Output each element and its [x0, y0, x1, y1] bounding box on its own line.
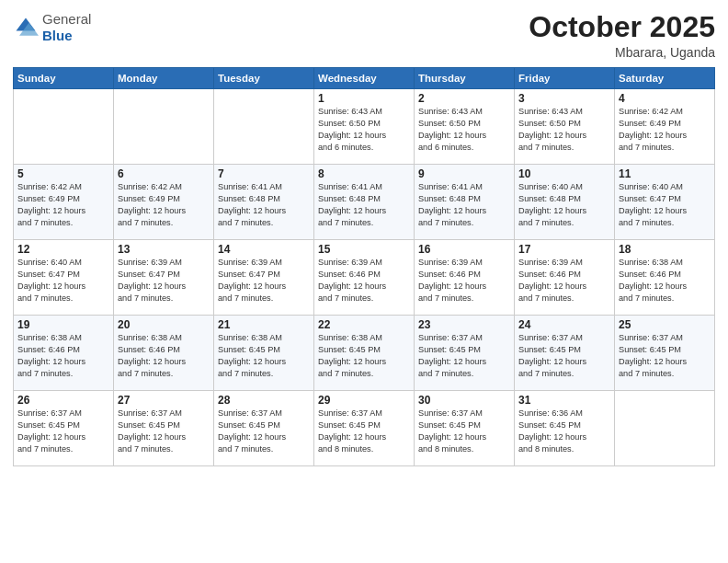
day-number: 28 [218, 394, 310, 407]
day-number: 26 [17, 394, 109, 407]
table-row: 2Sunrise: 6:43 AM Sunset: 6:50 PM Daylig… [415, 89, 515, 165]
day-number: 16 [418, 243, 510, 256]
day-number: 10 [518, 167, 610, 180]
table-row: 27Sunrise: 6:37 AM Sunset: 6:45 PM Dayli… [114, 391, 214, 466]
day-number: 12 [17, 243, 109, 256]
day-number: 14 [218, 243, 310, 256]
day-info: Sunrise: 6:43 AM Sunset: 6:50 PM Dayligh… [518, 106, 610, 154]
table-row: 23Sunrise: 6:37 AM Sunset: 6:45 PM Dayli… [415, 316, 515, 391]
day-number: 21 [218, 318, 310, 331]
table-row: 21Sunrise: 6:38 AM Sunset: 6:45 PM Dayli… [214, 316, 314, 391]
day-info: Sunrise: 6:43 AM Sunset: 6:50 PM Dayligh… [318, 106, 410, 154]
table-row [214, 89, 314, 165]
table-row: 3Sunrise: 6:43 AM Sunset: 6:50 PM Daylig… [515, 89, 615, 165]
day-info: Sunrise: 6:41 AM Sunset: 6:48 PM Dayligh… [418, 181, 510, 229]
day-info: Sunrise: 6:42 AM Sunset: 6:49 PM Dayligh… [619, 106, 711, 154]
table-row: 18Sunrise: 6:38 AM Sunset: 6:46 PM Dayli… [615, 240, 715, 316]
day-number: 18 [619, 243, 711, 256]
logo-general-text: General [42, 11, 91, 27]
day-number: 19 [17, 318, 109, 331]
day-number: 1 [318, 92, 410, 105]
table-row: 9Sunrise: 6:41 AM Sunset: 6:48 PM Daylig… [415, 165, 515, 240]
table-row: 26Sunrise: 6:37 AM Sunset: 6:45 PM Dayli… [14, 391, 114, 466]
header-sunday: Sunday [14, 68, 114, 89]
day-number: 25 [619, 318, 711, 331]
header-thursday: Thursday [415, 68, 515, 89]
day-number: 15 [318, 243, 410, 256]
day-info: Sunrise: 6:37 AM Sunset: 6:45 PM Dayligh… [218, 408, 310, 455]
day-info: Sunrise: 6:41 AM Sunset: 6:48 PM Dayligh… [318, 181, 410, 229]
calendar: Sunday Monday Tuesday Wednesday Thursday… [13, 67, 715, 466]
logo-text: General Blue [42, 11, 91, 44]
table-row: 6Sunrise: 6:42 AM Sunset: 6:49 PM Daylig… [114, 165, 214, 240]
table-row: 8Sunrise: 6:41 AM Sunset: 6:48 PM Daylig… [314, 165, 415, 240]
table-row: 24Sunrise: 6:37 AM Sunset: 6:45 PM Dayli… [515, 316, 615, 391]
day-number: 31 [518, 394, 610, 407]
table-row: 16Sunrise: 6:39 AM Sunset: 6:46 PM Dayli… [415, 240, 515, 316]
header-monday: Monday [114, 68, 214, 89]
week-row-1: 5Sunrise: 6:42 AM Sunset: 6:49 PM Daylig… [14, 165, 715, 240]
table-row: 14Sunrise: 6:39 AM Sunset: 6:47 PM Dayli… [214, 240, 314, 316]
day-info: Sunrise: 6:38 AM Sunset: 6:46 PM Dayligh… [619, 257, 711, 304]
day-number: 8 [318, 167, 410, 180]
day-number: 3 [518, 92, 610, 105]
day-number: 24 [518, 318, 610, 331]
header-tuesday: Tuesday [214, 68, 314, 89]
day-number: 5 [17, 167, 109, 180]
table-row: 13Sunrise: 6:39 AM Sunset: 6:47 PM Dayli… [114, 240, 214, 316]
day-info: Sunrise: 6:38 AM Sunset: 6:46 PM Dayligh… [17, 332, 109, 380]
table-row: 20Sunrise: 6:38 AM Sunset: 6:46 PM Dayli… [114, 316, 214, 391]
day-number: 6 [118, 167, 210, 180]
logo: General Blue [13, 11, 91, 44]
day-info: Sunrise: 6:40 AM Sunset: 6:48 PM Dayligh… [518, 181, 610, 229]
table-row: 10Sunrise: 6:40 AM Sunset: 6:48 PM Dayli… [515, 165, 615, 240]
table-row: 7Sunrise: 6:41 AM Sunset: 6:48 PM Daylig… [214, 165, 314, 240]
table-row: 29Sunrise: 6:37 AM Sunset: 6:45 PM Dayli… [314, 391, 415, 466]
day-info: Sunrise: 6:37 AM Sunset: 6:45 PM Dayligh… [418, 332, 510, 380]
day-info: Sunrise: 6:39 AM Sunset: 6:47 PM Dayligh… [118, 257, 210, 304]
day-info: Sunrise: 6:40 AM Sunset: 6:47 PM Dayligh… [17, 257, 109, 304]
weekday-header-row: Sunday Monday Tuesday Wednesday Thursday… [14, 68, 715, 89]
table-row [14, 89, 114, 165]
day-info: Sunrise: 6:37 AM Sunset: 6:45 PM Dayligh… [318, 408, 410, 455]
day-info: Sunrise: 6:37 AM Sunset: 6:45 PM Dayligh… [418, 408, 510, 455]
header-wednesday: Wednesday [314, 68, 415, 89]
day-info: Sunrise: 6:37 AM Sunset: 6:45 PM Dayligh… [518, 332, 610, 380]
logo-blue-text: Blue [42, 28, 73, 43]
day-number: 22 [318, 318, 410, 331]
day-number: 17 [518, 243, 610, 256]
week-row-3: 19Sunrise: 6:38 AM Sunset: 6:46 PM Dayli… [14, 316, 715, 391]
day-info: Sunrise: 6:39 AM Sunset: 6:46 PM Dayligh… [518, 257, 610, 304]
header: General Blue October 2025 Mbarara, Ugand… [13, 11, 715, 60]
day-number: 23 [418, 318, 510, 331]
day-info: Sunrise: 6:38 AM Sunset: 6:46 PM Dayligh… [118, 332, 210, 380]
table-row: 28Sunrise: 6:37 AM Sunset: 6:45 PM Dayli… [214, 391, 314, 466]
month-title: October 2025 [529, 11, 715, 43]
table-row: 4Sunrise: 6:42 AM Sunset: 6:49 PM Daylig… [615, 89, 715, 165]
table-row [114, 89, 214, 165]
day-number: 7 [218, 167, 310, 180]
day-number: 30 [418, 394, 510, 407]
title-block: October 2025 Mbarara, Uganda [529, 11, 715, 60]
table-row: 30Sunrise: 6:37 AM Sunset: 6:45 PM Dayli… [415, 391, 515, 466]
day-info: Sunrise: 6:37 AM Sunset: 6:45 PM Dayligh… [118, 408, 210, 455]
week-row-4: 26Sunrise: 6:37 AM Sunset: 6:45 PM Dayli… [14, 391, 715, 466]
day-number: 9 [418, 167, 510, 180]
table-row: 25Sunrise: 6:37 AM Sunset: 6:45 PM Dayli… [615, 316, 715, 391]
day-info: Sunrise: 6:37 AM Sunset: 6:45 PM Dayligh… [619, 332, 711, 380]
day-number: 27 [118, 394, 210, 407]
header-friday: Friday [515, 68, 615, 89]
day-info: Sunrise: 6:40 AM Sunset: 6:47 PM Dayligh… [619, 181, 711, 229]
day-info: Sunrise: 6:39 AM Sunset: 6:46 PM Dayligh… [418, 257, 510, 304]
week-row-2: 12Sunrise: 6:40 AM Sunset: 6:47 PM Dayli… [14, 240, 715, 316]
table-row: 17Sunrise: 6:39 AM Sunset: 6:46 PM Dayli… [515, 240, 615, 316]
page: General Blue October 2025 Mbarara, Ugand… [0, 0, 728, 563]
day-info: Sunrise: 6:41 AM Sunset: 6:48 PM Dayligh… [218, 181, 310, 229]
day-info: Sunrise: 6:43 AM Sunset: 6:50 PM Dayligh… [418, 106, 510, 154]
table-row: 5Sunrise: 6:42 AM Sunset: 6:49 PM Daylig… [14, 165, 114, 240]
day-info: Sunrise: 6:39 AM Sunset: 6:46 PM Dayligh… [318, 257, 410, 304]
logo-icon [13, 15, 39, 40]
table-row: 11Sunrise: 6:40 AM Sunset: 6:47 PM Dayli… [615, 165, 715, 240]
day-number: 11 [619, 167, 711, 180]
day-info: Sunrise: 6:39 AM Sunset: 6:47 PM Dayligh… [218, 257, 310, 304]
